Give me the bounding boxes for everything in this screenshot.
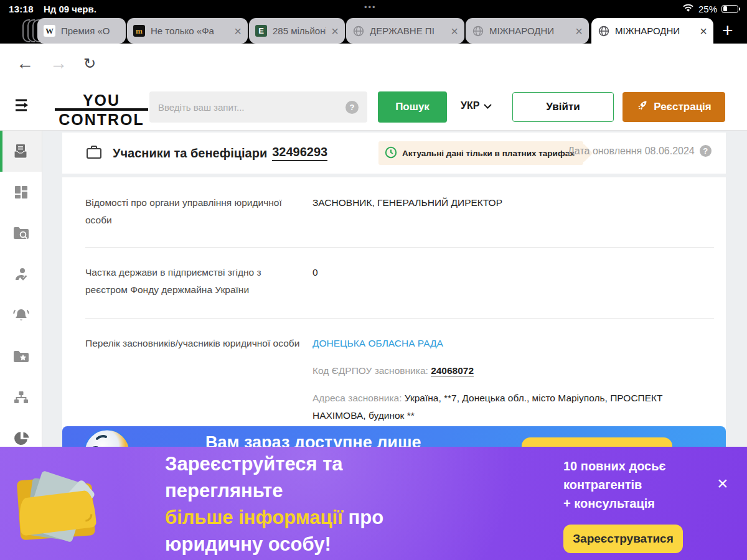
globe-favicon: [472, 25, 484, 37]
tab-close-icon[interactable]: ×: [446, 25, 458, 37]
row-value: ЗАСНОВНИК, ГЕНЕРАЛЬНИЙ ДИРЕКТОР: [312, 194, 698, 212]
page-title: Учасники та бенефіціари: [113, 146, 267, 161]
sidebar-item-hierarchy[interactable]: [0, 377, 42, 418]
language-selector[interactable]: УКР: [461, 100, 492, 111]
forward-button: →: [50, 55, 67, 72]
sidebar-item-favorites[interactable]: [0, 336, 42, 377]
search-button[interactable]: Пошук: [378, 91, 447, 123]
row-label: Перелік засновників/учасників юридичної …: [85, 335, 303, 352]
founder-link[interactable]: ДОНЕЦЬКА ОБЛАСНА РАДА: [312, 338, 443, 348]
browser-tab-4[interactable]: ДЕРЖАВНЕ ПІ ×: [346, 18, 464, 44]
detail-row: Відомості про органи управління юридично…: [62, 194, 726, 247]
detail-row: Частка держави в підприємстві згідно з р…: [62, 264, 726, 317]
updated-date: Дата оновлення 08.06.2024 ?: [568, 145, 712, 157]
browser-tab-2[interactable]: m Не только «Фа ×: [127, 18, 248, 44]
chevron-down-icon: [484, 100, 492, 111]
tab-close-icon[interactable]: ×: [326, 25, 339, 37]
headline-highlight: більше інформації: [165, 506, 343, 528]
folder-illustration: [5, 459, 111, 560]
youcontrol-logo[interactable]: YOU CONTROL: [55, 91, 148, 129]
sidebar-item-dashboard[interactable]: [0, 172, 42, 213]
tab-close-icon[interactable]: ×: [229, 25, 242, 37]
sidebar-item-person-check[interactable]: [0, 254, 42, 295]
paid-data-badge: Актуальні дані тільки в платних тарифах: [378, 141, 583, 165]
status-dots: •••: [364, 2, 377, 12]
section-title-card: Учасники та бенефіціари 32496293 Актуаль…: [62, 133, 726, 174]
medium-favicon: m: [133, 25, 145, 37]
clock-icon: [385, 146, 397, 161]
battery-icon: [721, 5, 738, 13]
company-details-card: Відомості про органи управління юридично…: [62, 177, 726, 464]
sidebar-item-folder-search[interactable]: [0, 213, 42, 254]
epravda-favicon: Е: [255, 25, 267, 37]
tab-close-icon[interactable]: ×: [570, 25, 583, 37]
banner-offer-text: 10 повних досьє контрагентів + консульта…: [563, 457, 666, 513]
wikipedia-favicon: W: [44, 25, 55, 37]
registration-banner: Зареєструйтеся та перегляньте більше інф…: [0, 447, 747, 560]
new-tab-button[interactable]: +: [722, 20, 733, 41]
globe-favicon: [598, 25, 609, 37]
banner-close-icon[interactable]: ×: [717, 474, 728, 493]
row-label: Відомості про органи управління юридично…: [85, 194, 303, 229]
banner-register-button[interactable]: Зареєструватися: [563, 525, 683, 553]
company-code-link[interactable]: 32496293: [272, 145, 327, 161]
row-label: Частка держави в підприємстві згідно з р…: [85, 264, 303, 299]
rocket-icon: [636, 100, 648, 114]
safari-toolbar: ← → ↻ youcontrol.com.ua 43 •••: [0, 44, 747, 83]
site-header: YOU CONTROL Введіть ваш запит... ? Пошук…: [0, 83, 747, 131]
status-time: 13:18: [9, 4, 34, 14]
browser-tab-active[interactable]: МІЖНАРОДНИ ×: [591, 18, 713, 44]
register-button[interactable]: Реєстрація: [622, 92, 725, 122]
search-help-icon[interactable]: ?: [345, 101, 359, 114]
back-button[interactable]: ←: [16, 55, 34, 72]
updated-help-icon[interactable]: ?: [700, 145, 712, 157]
sidebar-item-dossier[interactable]: [0, 131, 42, 172]
status-date: Нд 09 черв.: [44, 4, 96, 14]
row-value: 0: [312, 264, 698, 281]
edrpou-label: Код ЄДРПОУ засновника:: [312, 365, 428, 376]
login-button[interactable]: Увійти: [512, 92, 614, 122]
briefcase-icon: [86, 144, 102, 162]
sidebar-toggle-icon[interactable]: [14, 97, 31, 116]
browser-tab-3[interactable]: Е 285 мільйонів ×: [249, 18, 345, 44]
edrpou-code-link[interactable]: 24068072: [431, 365, 474, 376]
safari-tab-bar: 13:18 Нд 09 черв. ••• 25% W Премия «О m …: [0, 0, 747, 44]
tab-close-icon[interactable]: ×: [695, 25, 707, 37]
reload-button[interactable]: ↻: [83, 55, 96, 72]
ios-status-bar: 13:18 Нд 09 черв. ••• 25%: [0, 0, 747, 17]
browser-tab-5[interactable]: МІЖНАРОДНИ ×: [466, 18, 589, 44]
banner-headline: Зареєструйтеся та перегляньте більше інф…: [165, 450, 383, 558]
browser-tab-1[interactable]: W Премия «О: [37, 18, 126, 44]
wifi-icon: [682, 4, 694, 14]
search-input[interactable]: Введіть ваш запит... ?: [149, 91, 367, 123]
search-placeholder: Введіть ваш запит...: [158, 102, 245, 113]
sidebar-item-alerts[interactable]: [0, 295, 42, 336]
row-value: ДОНЕЦЬКА ОБЛАСНА РАДА Код ЄДРПОУ засновн…: [312, 335, 698, 424]
battery-percent: 25%: [698, 4, 717, 14]
address-label: Адреса засновника:: [312, 393, 402, 403]
globe-favicon: [352, 25, 364, 37]
